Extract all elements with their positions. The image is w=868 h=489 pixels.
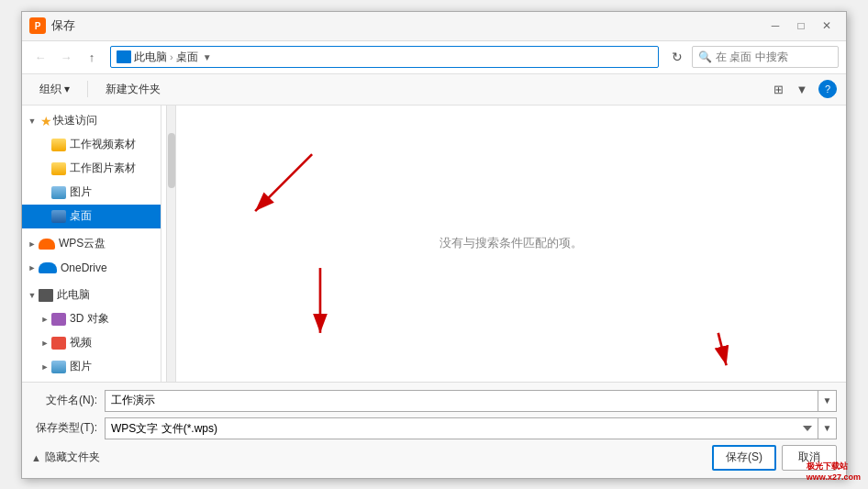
sidebar-item-img2[interactable]: ► 图片: [22, 355, 161, 379]
expand-icon-video: ►: [39, 337, 51, 350]
dialog-title: 保存: [51, 17, 75, 34]
sidebar-item-pictures[interactable]: 图片: [22, 181, 161, 205]
sidebar-scrollbar-thumb[interactable]: [168, 133, 175, 188]
sidebar-label-work-img: 工作图片素材: [70, 161, 136, 176]
folder-img-icon-2: [51, 361, 66, 373]
nav-toolbar: ← → ↑ 此电脑 › 桌面 ▼ ↻ 🔍: [22, 41, 846, 74]
sidebar-label-video: 视频: [70, 335, 92, 350]
file-area: 没有与搜索条件匹配的项。: [176, 106, 846, 382]
expand-icon-wps: ►: [26, 238, 39, 250]
organize-button[interactable]: 组织 ▾: [31, 78, 78, 100]
breadcrumb-bar[interactable]: 此电脑 › 桌面 ▼: [110, 46, 659, 68]
app-icon: P: [29, 17, 46, 34]
refresh-button[interactable]: ↻: [666, 46, 688, 68]
svg-line-1: [255, 154, 312, 211]
sidebar: ▼ ★ 快速访问 工作视频素材 工作图片素材 图片: [22, 106, 161, 382]
sidebar-label-wps-cloud: WPS云盘: [59, 236, 106, 251]
video-icon: [51, 337, 66, 350]
search-icon: 🔍: [698, 50, 712, 63]
sidebar-label-img2: 图片: [70, 359, 92, 374]
sidebar-item-onedrive[interactable]: ► OneDrive: [22, 256, 161, 280]
title-bar: P 保存 ─ □ ✕: [22, 12, 846, 41]
onedrive-icon: [39, 262, 57, 273]
sidebar-container: ▼ ★ 快速访问 工作视频素材 工作图片素材 图片: [22, 106, 176, 382]
footer-row: ▲ 隐藏文件夹 保存(S) 取消: [31, 445, 837, 471]
sidebar-item-3d[interactable]: ► 3D 对象: [22, 307, 161, 331]
breadcrumb-separator: ›: [170, 51, 173, 62]
maximize-button[interactable]: □: [789, 17, 813, 35]
forward-button[interactable]: →: [55, 46, 77, 68]
sidebar-item-wps-cloud[interactable]: ► WPS云盘: [22, 232, 161, 256]
back-button[interactable]: ←: [29, 46, 51, 68]
folder-img-icon: [51, 186, 66, 199]
sidebar-item-work-video[interactable]: 工作视频素材: [22, 133, 161, 157]
chevron-up-icon: ▲: [31, 452, 41, 463]
wps-cloud-icon: [39, 239, 55, 250]
filetype-dropdown[interactable]: ▼: [818, 417, 837, 439]
sidebar-item-this-pc[interactable]: ▼ 此电脑: [22, 283, 161, 307]
sidebar-item-work-img[interactable]: 工作图片素材: [22, 157, 161, 181]
sidebar-label-this-pc: 此电脑: [57, 287, 90, 303]
expand-icon-img2: ►: [39, 361, 51, 373]
search-bar: 🔍: [692, 46, 839, 68]
expand-icon-3d: ►: [39, 313, 51, 326]
breadcrumb-current: 桌面: [176, 50, 198, 65]
help-button[interactable]: ?: [818, 80, 837, 98]
svg-line-3: [718, 332, 727, 364]
quick-access-icon: ★: [39, 114, 53, 128]
cancel-button[interactable]: 取消: [782, 445, 837, 471]
breadcrumb-item: 此电脑 › 桌面 ▼: [117, 50, 212, 65]
computer-icon: [39, 289, 53, 302]
filename-label: 文件名(N):: [31, 393, 105, 408]
empty-message: 没有与搜索条件匹配的项。: [440, 235, 583, 251]
filename-input[interactable]: [105, 390, 818, 412]
filename-dropdown[interactable]: ▼: [818, 390, 837, 412]
title-controls: ─ □ ✕: [763, 17, 839, 35]
save-dialog: P 保存 ─ □ ✕ ← → ↑ 此电脑 › 桌面 ▼ ↻ 🔍: [21, 11, 847, 479]
bottom-panel: 文件名(N): ▼ 保存类型(T): WPS文字 文件(*.wps) ▼ ▲ 隐…: [22, 382, 846, 478]
close-button[interactable]: ✕: [815, 17, 839, 35]
new-folder-button[interactable]: 新建文件夹: [97, 78, 169, 100]
action-buttons: 保存(S) 取消: [712, 445, 837, 471]
sidebar-item-video[interactable]: ► 视频: [22, 331, 161, 355]
quick-access-label: 快速访问: [53, 113, 97, 128]
sidebar-label-work-video: 工作视频素材: [70, 137, 136, 152]
view-toggle-button[interactable]: ⊞: [767, 78, 789, 100]
sidebar-label-3d: 3D 对象: [70, 311, 109, 327]
expand-icon-pc: ▼: [26, 289, 39, 302]
sidebar-scrollbar-track: [166, 106, 175, 382]
title-bar-left: P 保存: [29, 17, 75, 34]
filetype-select[interactable]: WPS文字 文件(*.wps): [105, 417, 818, 439]
sidebar-label-pictures: 图片: [70, 184, 92, 200]
expand-icon: ▼: [26, 115, 39, 128]
sidebar-label-onedrive: OneDrive: [61, 261, 107, 274]
filetype-label: 保存类型(T):: [31, 420, 105, 436]
folder-icon: [117, 50, 131, 63]
filetype-row: 保存类型(T): WPS文字 文件(*.wps) ▼: [31, 417, 837, 439]
sidebar-item-desktop[interactable]: 桌面: [22, 205, 161, 228]
main-content: ▼ ★ 快速访问 工作视频素材 工作图片素材 图片: [22, 106, 846, 382]
separator: [87, 81, 88, 97]
up-button[interactable]: ↑: [81, 46, 103, 68]
sidebar-label-desktop: 桌面: [70, 208, 92, 224]
breadcrumb-computer: 此电脑: [134, 50, 167, 65]
folder-yellow-icon-2: [51, 162, 66, 175]
3d-icon: [51, 313, 66, 326]
view-icons: ⊞ ▼ ?: [767, 78, 837, 100]
hide-folder-label: 隐藏文件夹: [45, 450, 100, 465]
minimize-button[interactable]: ─: [763, 17, 787, 35]
breadcrumb-arrow: ▼: [203, 52, 212, 62]
action-bar: 组织 ▾ 新建文件夹 ⊞ ▼ ?: [22, 74, 846, 106]
folder-blue-icon: [51, 210, 66, 223]
save-button[interactable]: 保存(S): [712, 445, 776, 471]
expand-icon-onedrive: ►: [26, 261, 39, 274]
folder-yellow-icon: [51, 139, 66, 151]
search-input[interactable]: [716, 50, 832, 63]
sidebar-item-quick-access[interactable]: ▼ ★ 快速访问: [22, 109, 161, 133]
view-dropdown-button[interactable]: ▼: [791, 78, 813, 100]
filename-row: 文件名(N): ▼: [31, 390, 837, 412]
hide-folder-toggle[interactable]: ▲ 隐藏文件夹: [31, 450, 100, 465]
